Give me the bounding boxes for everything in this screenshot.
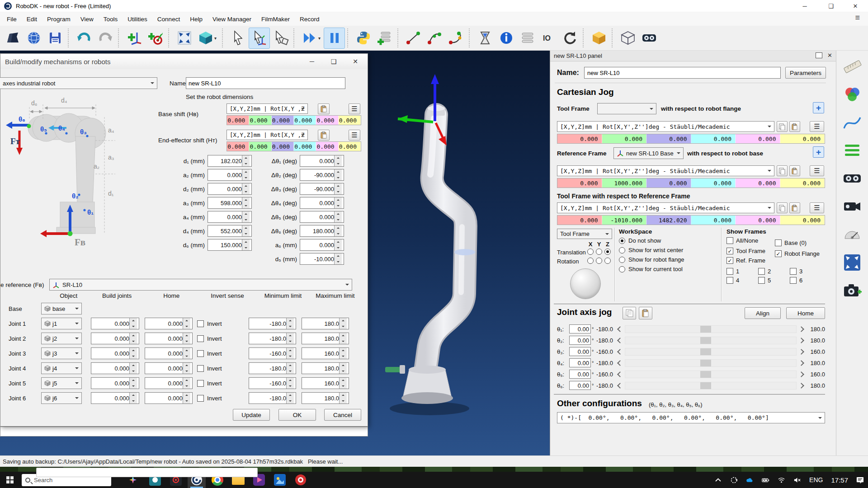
cancel-button[interactable]: Cancel — [324, 409, 361, 421]
path-circular-move-button[interactable] — [445, 28, 467, 49]
stereo-camera-button[interactable] — [840, 167, 864, 190]
snapshot-button[interactable] — [840, 279, 864, 302]
invert-checkbox[interactable] — [197, 380, 204, 387]
dh-parameter-input[interactable]: 180.000 — [300, 225, 344, 237]
invert-checkbox[interactable] — [197, 365, 204, 372]
slider-thumb[interactable] — [700, 360, 711, 366]
jog-decrease-arrow[interactable] — [617, 383, 623, 389]
pose-value-cell[interactable]: 0.000 — [780, 134, 825, 143]
max-limit-input[interactable]: 160.0 — [302, 347, 349, 359]
home-input[interactable]: 0.000 — [145, 347, 193, 359]
joint-value-input[interactable]: 0.00 — [569, 347, 591, 356]
joint-frame-checkbox-row[interactable]: 3 — [790, 267, 821, 276]
spinner[interactable] — [334, 197, 342, 208]
taskbar-app-photos[interactable] — [271, 472, 289, 488]
dh-parameter-input[interactable]: -10.000 — [300, 253, 344, 265]
add-program-button[interactable] — [374, 28, 395, 49]
dh-parameter-input[interactable]: 0.000 — [300, 197, 344, 209]
pose-value-cell[interactable]: 0.000 — [557, 134, 602, 143]
ref-pose-copy-button[interactable] — [777, 165, 788, 176]
panel-close-button[interactable]: ✕ — [827, 52, 832, 59]
checkbox[interactable] — [726, 277, 733, 284]
joint-frame-checkbox-row[interactable]: 2 — [758, 267, 790, 276]
update-button[interactable]: Update — [233, 409, 270, 421]
spinner[interactable] — [129, 348, 137, 359]
min-limit-input[interactable]: -180.0 — [249, 392, 296, 404]
joint-frame-checkbox-row[interactable]: 1 — [726, 267, 758, 276]
ref-pose-menu-button[interactable]: ☰ — [810, 165, 824, 176]
menu-item[interactable]: Utilities — [123, 14, 152, 24]
base-shift-menu-button[interactable]: ☰ — [349, 103, 360, 114]
spinner[interactable] — [334, 211, 342, 222]
pose-value-cell[interactable]: 1482.020 — [646, 216, 691, 225]
joints-paste-button[interactable] — [639, 307, 652, 319]
spinner[interactable] — [334, 183, 342, 194]
start-button[interactable] — [0, 472, 20, 488]
pose-value-cell[interactable]: 0.000 — [294, 142, 316, 151]
tool-ref-format-dropdown[interactable]: [X,Y,Z]mm | Rot[X,Y',Z'']deg - Stäubli/M… — [557, 202, 774, 213]
jog-increase-arrow[interactable] — [798, 383, 804, 389]
copilot-icon[interactable] — [129, 476, 137, 483]
spinner[interactable] — [183, 348, 190, 359]
home-input[interactable]: 0.000 — [145, 362, 193, 374]
jog-increase-arrow[interactable] — [798, 360, 804, 366]
parameters-button[interactable]: Parameters — [785, 67, 826, 79]
dh-parameter-input[interactable]: -90.000 — [300, 183, 344, 195]
checkbox[interactable] — [726, 257, 733, 264]
menu-item[interactable]: Edit — [22, 14, 42, 24]
jog-increase-arrow[interactable] — [798, 349, 804, 355]
pose-value-cell[interactable]: 0.000 — [691, 216, 736, 225]
spinner[interactable] — [286, 318, 294, 329]
redo-button[interactable] — [94, 28, 116, 49]
spinner[interactable] — [339, 318, 347, 329]
joint-value-input[interactable]: 0.00 — [569, 358, 591, 367]
jog-increase-arrow[interactable] — [798, 338, 804, 343]
curve-tool-button[interactable] — [840, 111, 864, 134]
tray-expand-button[interactable] — [710, 472, 726, 488]
spinner[interactable] — [339, 363, 347, 374]
min-limit-input[interactable]: -160.0 — [249, 347, 296, 359]
spinner[interactable] — [286, 363, 294, 374]
spinner[interactable] — [334, 225, 342, 236]
move-reference-cursor-button[interactable] — [249, 28, 270, 49]
checkbox[interactable] — [758, 268, 765, 275]
pose-value-cell[interactable]: 0.000 — [316, 142, 338, 151]
checkbox[interactable] — [775, 239, 782, 246]
spinner[interactable] — [339, 348, 347, 359]
target-cursor-button[interactable] — [270, 28, 291, 49]
tool-pose-menu-button[interactable]: ☰ — [810, 121, 824, 132]
slider-thumb[interactable] — [700, 371, 711, 378]
dialog-maximize-button[interactable]: ❑ — [323, 54, 344, 69]
joint-slider[interactable] — [625, 371, 797, 378]
dh-parameter-input[interactable]: -90.000 — [300, 169, 344, 181]
python-button[interactable] — [353, 28, 374, 49]
ref-pose-paste-button[interactable] — [789, 165, 800, 176]
joint-slider[interactable] — [625, 325, 797, 333]
minimize-button[interactable]: ─ — [795, 0, 815, 12]
tool-frame-checkbox-row[interactable]: Tool Frame — [726, 248, 765, 254]
expand-view-button[interactable] — [840, 251, 864, 274]
save-button[interactable] — [44, 28, 66, 49]
build-joint-input[interactable]: 0.000 — [91, 392, 139, 404]
pose-value-cell[interactable]: 0.000 — [272, 142, 294, 151]
update-button-toolbar[interactable] — [559, 28, 580, 49]
checkbox[interactable] — [758, 277, 765, 284]
pose-value-cell[interactable]: 0.000 — [602, 134, 647, 143]
ok-button[interactable]: OK — [278, 409, 316, 421]
joint-object-dropdown[interactable]: j2 — [41, 333, 82, 344]
build-joint-input[interactable]: 0.000 — [91, 318, 139, 329]
run-fast-button[interactable] — [299, 28, 320, 49]
radio[interactable] — [619, 257, 625, 263]
spinner[interactable] — [286, 393, 294, 404]
base-shift-format-dropdown[interactable]: [X,Y,Z]mm | Rot[X,Y ,Z — [226, 103, 308, 114]
menu-item[interactable]: Program — [42, 14, 75, 24]
color-settings-button[interactable] — [840, 83, 864, 106]
menu-overflow-icon[interactable]: ≡ — [855, 13, 860, 23]
build-joint-input[interactable]: 0.000 — [91, 347, 139, 359]
spinner[interactable] — [129, 378, 137, 389]
spinner[interactable] — [334, 253, 342, 264]
spinner[interactable] — [339, 333, 347, 344]
ref-pose-format-dropdown[interactable]: [X,Y,Z]mm | Rot[X,Y',Z'']deg - Stäubli/M… — [557, 165, 774, 176]
spinner[interactable] — [339, 378, 347, 389]
add-tool-button[interactable]: + — [813, 102, 824, 113]
